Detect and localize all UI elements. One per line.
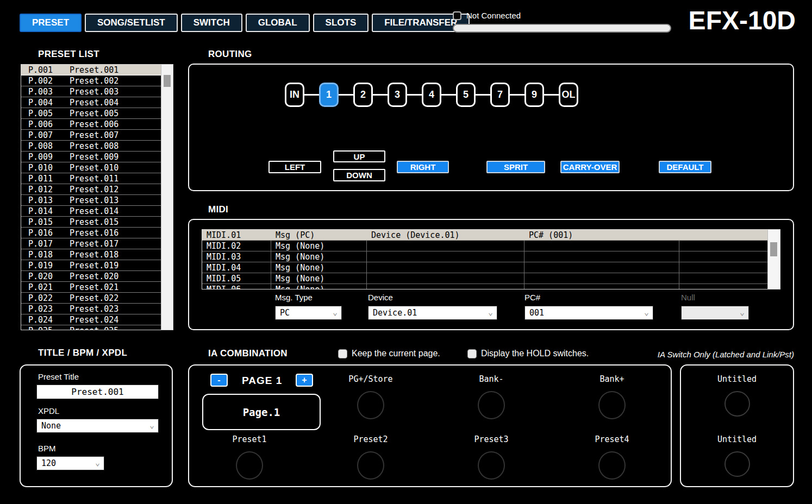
table-row[interactable]: MIDI.01Msg (PC)Device (Device.01)PC# (00…	[202, 230, 767, 241]
routing-left-button[interactable]: LEFT	[268, 161, 321, 173]
routing-node-7[interactable]: 7	[490, 83, 510, 107]
list-item[interactable]: P.003Preset.003	[21, 86, 161, 97]
ia-switch-bank--label: Bank+	[574, 374, 650, 384]
ia-combination-panel: - PAGE 1 + Page.1 PG+/StoreBank-Bank+ Pr…	[188, 364, 672, 487]
list-item[interactable]: P.005Preset.005	[21, 108, 161, 119]
list-item[interactable]: P.010Preset.010	[21, 162, 161, 173]
ia-switch-preset4-switch-circle[interactable]	[598, 451, 626, 480]
hold-switches-checkbox[interactable]	[467, 349, 477, 358]
preset-id: P.019	[28, 261, 70, 270]
preset-name: Preset.019	[70, 261, 118, 270]
ia-only-switch-2-switch-circle[interactable]	[724, 451, 750, 477]
preset-name: Preset.004	[70, 98, 118, 108]
ia-switch-pg-store-switch-circle[interactable]	[357, 391, 384, 419]
list-item[interactable]: P.014Preset.014	[21, 206, 161, 217]
ia-only-switch-1-switch-circle[interactable]	[724, 391, 750, 417]
msg-type-select[interactable]: PC ⌄	[275, 306, 342, 320]
table-row[interactable]: MIDI.06Msg (None)	[202, 284, 767, 289]
preset-title-input[interactable]: Preset.001	[36, 385, 159, 399]
preset-name: Preset.014	[70, 206, 118, 216]
list-item[interactable]: P.008Preset.008	[21, 141, 161, 152]
list-item[interactable]: P.013Preset.013	[21, 195, 161, 206]
ia-switch-bank--switch-circle[interactable]	[478, 391, 505, 419]
ia-switch-bank--switch-circle[interactable]	[598, 391, 626, 419]
chevron-down-icon: ⌄	[644, 307, 649, 317]
chevron-down-icon: ⌄	[488, 307, 493, 317]
routing-node-1[interactable]: 1	[319, 83, 339, 107]
connection-status-label: Not Connected	[466, 11, 521, 20]
midi-table-scrollbar-thumb[interactable]	[770, 242, 777, 256]
ia-switch-preset2-switch-circle[interactable]	[357, 451, 384, 480]
list-item[interactable]: P.025Preset.025	[21, 325, 161, 330]
routing-node-5[interactable]: 5	[456, 83, 476, 107]
ia-switch-pg-store: PG+/Store	[333, 374, 409, 419]
preset-list-scrollbar[interactable]	[161, 65, 173, 330]
list-item[interactable]: P.007Preset.007	[21, 130, 161, 141]
keep-page-checkbox-row: Keep the current page.	[338, 349, 440, 358]
list-item[interactable]: P.002Preset.002	[21, 75, 161, 86]
device-select[interactable]: Device.01 ⌄	[368, 306, 497, 320]
bpm-select[interactable]: 120 ⌄	[36, 456, 104, 470]
list-item[interactable]: P.016Preset.016	[21, 228, 161, 238]
tab-song-setlist[interactable]: SONG/SETLIST	[85, 14, 178, 32]
list-item[interactable]: P.012Preset.012	[21, 184, 161, 195]
ia-switch-preset1-switch-circle[interactable]	[236, 451, 263, 480]
routing-up-button[interactable]: UP	[333, 150, 385, 162]
app-logo: EFX-10D	[689, 5, 796, 35]
table-cell: Msg (PC)	[271, 230, 366, 240]
list-item[interactable]: P.024Preset.024	[21, 314, 161, 325]
xpdl-label: XPDL	[38, 406, 59, 415]
device-field: Device Device.01 ⌄	[368, 293, 497, 320]
list-item[interactable]: P.009Preset.009	[21, 152, 161, 162]
routing-right-button[interactable]: RIGHT	[397, 161, 449, 173]
page-minus-button[interactable]: -	[210, 374, 228, 387]
midi-title: MIDI	[208, 204, 228, 215]
list-item[interactable]: P.006Preset.006	[21, 119, 161, 130]
midi-table-scrollbar[interactable]	[767, 230, 780, 289]
page-plus-button[interactable]: +	[296, 374, 313, 387]
tab-switch[interactable]: SWITCH	[181, 14, 242, 32]
table-row[interactable]: MIDI.03Msg (None)	[202, 251, 767, 262]
list-item[interactable]: P.022Preset.022	[21, 293, 161, 304]
tab-preset[interactable]: PRESET	[20, 14, 82, 32]
preset-list-scrollbar-thumb[interactable]	[164, 75, 171, 87]
routing-node-3[interactable]: 3	[388, 83, 407, 107]
routing-node-9[interactable]: 9	[524, 83, 544, 107]
list-item[interactable]: P.021Preset.021	[21, 282, 161, 293]
routing-carry-over-button[interactable]: CARRY-OVER	[560, 161, 620, 173]
table-row[interactable]: MIDI.04Msg (None)	[202, 262, 767, 273]
preset-name: Preset.018	[70, 250, 118, 260]
table-cell: MIDI.05	[202, 273, 271, 284]
chevron-down-icon: ⌄	[95, 458, 100, 468]
pc-select[interactable]: 001 ⌄	[524, 306, 653, 320]
list-item[interactable]: P.001Preset.001	[21, 65, 161, 75]
routing-node-4[interactable]: 4	[422, 83, 441, 107]
list-item[interactable]: P.011Preset.011	[21, 173, 161, 184]
routing-down-button[interactable]: DOWN	[333, 169, 385, 181]
table-row[interactable]: MIDI.05Msg (None)	[202, 273, 767, 284]
routing-default-button[interactable]: DEFAULT	[659, 161, 711, 173]
keep-page-checkbox[interactable]	[338, 349, 347, 358]
routing-node-ol[interactable]: OL	[559, 83, 578, 107]
table-cell: MIDI.06	[202, 284, 271, 289]
tab-global[interactable]: GLOBAL	[246, 14, 310, 32]
connection-checkbox[interactable]	[453, 11, 461, 20]
page-display-button[interactable]: Page.1	[202, 394, 321, 430]
routing-node-2[interactable]: 2	[353, 83, 373, 107]
list-item[interactable]: P.020Preset.020	[21, 271, 161, 282]
list-item[interactable]: P.023Preset.023	[21, 304, 161, 314]
routing-node-in[interactable]: IN	[285, 83, 304, 107]
tab-slots[interactable]: SLOTS	[313, 14, 369, 32]
preset-id: P.022	[28, 293, 70, 303]
table-row[interactable]: MIDI.02Msg (None)	[202, 241, 767, 251]
list-item[interactable]: P.018Preset.018	[21, 249, 161, 260]
list-item[interactable]: P.015Preset.015	[21, 217, 161, 228]
list-item[interactable]: P.004Preset.004	[21, 97, 161, 108]
ia-only-switch-2: Untitled	[682, 434, 792, 477]
pc-value: 001	[529, 308, 544, 318]
list-item[interactable]: P.019Preset.019	[21, 260, 161, 271]
routing-sprit-button[interactable]: SPRIT	[486, 161, 545, 173]
list-item[interactable]: P.017Preset.017	[21, 238, 161, 249]
xpdl-select[interactable]: None ⌄	[36, 419, 159, 433]
ia-switch-preset3-switch-circle[interactable]	[478, 451, 505, 480]
